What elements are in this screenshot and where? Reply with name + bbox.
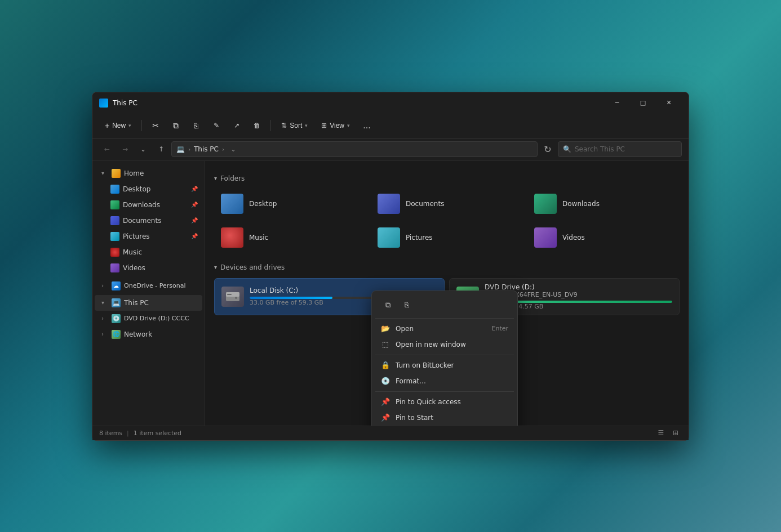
network-icon: 🌐 xyxy=(112,330,121,339)
sidebar-onedrive-label: OneDrive - Personal xyxy=(124,282,185,289)
sidebar-item-home[interactable]: ▾ Home xyxy=(95,166,202,181)
folder-desktop[interactable]: Desktop xyxy=(214,189,366,218)
search-placeholder: Search This PC xyxy=(575,145,625,153)
sidebar-pictures-label: Pictures xyxy=(123,233,150,240)
sidebar-item-videos[interactable]: Videos xyxy=(104,260,202,276)
sidebar-sub-items: Desktop 📌 Downloads 📌 Documents 📌 Pictur… xyxy=(92,181,205,276)
sidebar-item-pictures[interactable]: Pictures 📌 xyxy=(104,229,202,244)
ctx-pin-start-label: Pin to Start xyxy=(396,414,433,422)
folder-music[interactable]: Music xyxy=(214,223,366,252)
desktop-folder-icon xyxy=(221,194,243,214)
ctx-open-new-window-label: Open in new window xyxy=(396,341,466,348)
list-view-button[interactable]: ☰ xyxy=(655,427,667,439)
rename-button[interactable]: ✎ xyxy=(207,117,225,135)
folder-downloads[interactable]: Downloads xyxy=(527,189,680,218)
folder-documents[interactable]: Documents xyxy=(371,189,523,218)
back-button[interactable]: ← xyxy=(99,141,115,157)
sidebar-dvd-label: DVD Drive (D:) CCCC xyxy=(124,315,189,322)
sidebar-item-downloads[interactable]: Downloads 📌 xyxy=(104,197,202,213)
folders-section-header: ▾ Folders xyxy=(214,175,680,182)
copy-button[interactable]: ⧉ xyxy=(167,117,185,135)
music-folder-icon xyxy=(221,227,243,248)
more-button[interactable]: ... xyxy=(358,117,376,135)
devices-section-header: ▾ Devices and drives xyxy=(214,263,680,271)
sort-label: Sort xyxy=(290,122,302,129)
refresh-button[interactable]: ↻ xyxy=(540,141,556,157)
forward-button[interactable]: → xyxy=(117,141,133,157)
videos-folder-icon xyxy=(534,227,557,248)
ctx-format[interactable]: 💿 Format... xyxy=(375,373,514,389)
toolbar-separator-1 xyxy=(141,120,142,131)
statusbar-sep: | xyxy=(127,430,129,437)
paste-button[interactable]: ⎘ xyxy=(187,117,205,135)
minimize-button[interactable]: − xyxy=(604,94,630,112)
cut-button[interactable]: ✂ xyxy=(147,117,165,135)
sidebar-thispc-label: This PC xyxy=(124,299,149,307)
sidebar-item-dvd[interactable]: › 💿 DVD Drive (D:) CCCC xyxy=(95,311,202,327)
statusbar: 8 items | 1 item selected ☰ ⊞ xyxy=(92,426,689,440)
onedrive-chevron-icon: › xyxy=(101,283,108,289)
dvd-drive-name: DVD Drive (D:) xyxy=(485,283,672,291)
thispc-icon: 💻 xyxy=(112,298,121,307)
ctx-open-shortcut: Enter xyxy=(491,325,508,332)
address-input[interactable]: 💻 › This PC › ⌄ xyxy=(171,141,538,157)
folder-documents-label: Documents xyxy=(406,200,444,208)
ctx-open-label: Open xyxy=(396,325,414,333)
recent-button[interactable]: ⌄ xyxy=(135,141,151,157)
delete-button[interactable]: 🗑 xyxy=(248,117,266,135)
ctx-copy-button[interactable]: ⧉ xyxy=(379,297,397,314)
close-button[interactable]: ✕ xyxy=(656,94,682,112)
sidebar-network-label: Network xyxy=(124,330,152,338)
sidebar-item-network[interactable]: › 🌐 Network xyxy=(95,327,202,342)
statusbar-item-count: 8 items xyxy=(99,430,122,437)
sidebar-item-thispc[interactable]: ▾ 💻 This PC xyxy=(95,295,202,311)
address-dropdown-button[interactable]: ⌄ xyxy=(228,145,239,153)
bitlocker-icon: 🔒 xyxy=(381,361,390,370)
desktop-pin-icon: 📌 xyxy=(191,186,198,192)
ctx-paste-button[interactable]: ⎘ xyxy=(398,297,416,314)
folder-videos-label: Videos xyxy=(562,234,585,242)
share-button[interactable]: ↗ xyxy=(228,117,246,135)
view-chevron-icon: ▾ xyxy=(347,123,350,128)
window-icon xyxy=(99,99,108,108)
devices-section-title: Devices and drives xyxy=(220,263,285,271)
sidebar-item-documents[interactable]: Documents 📌 xyxy=(104,213,202,229)
maximize-button[interactable]: □ xyxy=(630,94,656,112)
ctx-bitlocker-label: Turn on BitLocker xyxy=(396,361,454,369)
desktop-icon xyxy=(110,185,119,194)
new-button[interactable]: + New ▾ xyxy=(99,118,137,133)
folder-videos[interactable]: Videos xyxy=(527,223,680,252)
search-icon: 🔍 xyxy=(563,145,571,153)
folder-downloads-label: Downloads xyxy=(562,200,600,208)
pin-quick-access-icon: 📌 xyxy=(381,397,390,406)
main-content: ▾ Folders Desktop Documents Downloads xyxy=(205,161,689,426)
up-button[interactable]: ↑ xyxy=(153,141,169,157)
view-icon: ⊞ xyxy=(321,122,327,129)
statusbar-selected-text: 1 item selected xyxy=(134,430,181,437)
ctx-pin-quick-access[interactable]: 📌 Pin to Quick access xyxy=(375,394,514,410)
search-box[interactable]: 🔍 Search This PC xyxy=(558,141,682,157)
format-icon: 💿 xyxy=(381,377,390,386)
sidebar: ▾ Home Desktop 📌 Downloads 📌 Documents xyxy=(92,161,205,426)
sidebar-item-music[interactable]: Music xyxy=(104,244,202,260)
sidebar-item-onedrive[interactable]: › ☁ OneDrive - Personal xyxy=(95,278,202,294)
context-menu: ⧉ ⎘ 📂 Open Enter ⬚ Open in new window 🔒 … xyxy=(371,290,518,426)
grid-view-button[interactable]: ⊞ xyxy=(669,427,682,439)
new-label: New xyxy=(112,122,126,129)
ctx-bitlocker[interactable]: 🔒 Turn on BitLocker xyxy=(375,357,514,373)
downloads-folder-icon xyxy=(534,194,557,214)
ctx-separator-1 xyxy=(375,355,514,355)
titlebar: This PC − □ ✕ xyxy=(92,92,689,114)
context-menu-mini-row: ⧉ ⎘ xyxy=(375,294,514,316)
folder-pictures[interactable]: Pictures xyxy=(371,223,523,252)
view-button[interactable]: ⊞ View ▾ xyxy=(316,119,356,132)
sidebar-item-desktop[interactable]: Desktop 📌 xyxy=(104,181,202,197)
address-path-text: This PC xyxy=(194,145,219,153)
window-title: This PC xyxy=(113,99,604,107)
open-new-window-icon: ⬚ xyxy=(381,340,390,349)
ctx-open-new-window[interactable]: ⬚ Open in new window xyxy=(375,337,514,352)
address-bar: ← → ⌄ ↑ 💻 › This PC › ⌄ ↻ 🔍 Search This … xyxy=(92,138,689,161)
ctx-pin-start[interactable]: 📌 Pin to Start xyxy=(375,410,514,426)
sort-button[interactable]: ⇅ Sort ▾ xyxy=(276,119,313,132)
ctx-open[interactable]: 📂 Open Enter xyxy=(375,321,514,337)
